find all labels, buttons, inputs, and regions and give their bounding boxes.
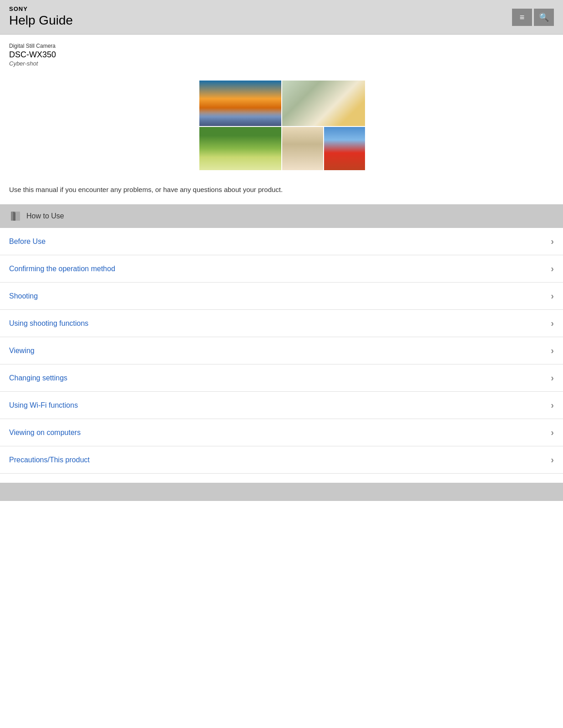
- nav-item-changing-settings[interactable]: Changing settings›: [0, 364, 563, 392]
- nav-item-confirming-operation[interactable]: Confirming the operation method›: [0, 255, 563, 283]
- chevron-right-icon: ›: [551, 318, 554, 329]
- nav-list: Before Use›Confirming the operation meth…: [0, 228, 563, 474]
- page-title: Help Guide: [9, 13, 73, 28]
- page-footer: [0, 483, 563, 501]
- device-type: Digital Still Camera: [9, 43, 554, 49]
- chevron-right-icon: ›: [551, 291, 554, 301]
- toc-button[interactable]: ≡: [512, 9, 532, 26]
- chevron-right-icon: ›: [551, 236, 554, 247]
- nav-item-using-shooting-functions[interactable]: Using shooting functions›: [0, 310, 563, 337]
- svg-marker-2: [13, 212, 15, 221]
- nav-label-using-wifi: Using Wi-Fi functions: [9, 401, 78, 410]
- chevron-right-icon: ›: [551, 400, 554, 410]
- toc-icon: ≡: [520, 13, 525, 22]
- nav-label-shooting: Shooting: [9, 292, 38, 300]
- nav-item-viewing[interactable]: Viewing›: [0, 337, 563, 364]
- chevron-right-icon: ›: [551, 345, 554, 356]
- collage-cat: [282, 127, 323, 170]
- page-description: Use this manual if you encounter any pro…: [0, 181, 563, 204]
- chevron-right-icon: ›: [551, 373, 554, 383]
- nav-item-before-use[interactable]: Before Use›: [0, 228, 563, 255]
- device-brand: Cyber-shot: [9, 60, 554, 67]
- how-to-use-label: How to Use: [26, 212, 64, 220]
- nav-item-shooting[interactable]: Shooting›: [0, 283, 563, 310]
- collage-sunset: [199, 81, 281, 126]
- sony-logo: SONY: [9, 5, 73, 12]
- header-branding: SONY Help Guide: [9, 5, 73, 28]
- chevron-right-icon: ›: [551, 455, 554, 465]
- device-info: Digital Still Camera DSC-WX350 Cyber-sho…: [0, 35, 563, 71]
- hero-image-area: [0, 71, 563, 181]
- svg-rect-1: [15, 212, 20, 221]
- nav-label-changing-settings: Changing settings: [9, 374, 67, 382]
- nav-item-viewing-on-computers[interactable]: Viewing on computers›: [0, 419, 563, 446]
- book-icon: [9, 210, 22, 222]
- chevron-right-icon: ›: [551, 427, 554, 438]
- nav-label-confirming-operation: Confirming the operation method: [9, 265, 115, 273]
- nav-label-using-shooting-functions: Using shooting functions: [9, 319, 88, 328]
- site-header: SONY Help Guide ≡ 🔍: [0, 0, 563, 35]
- nav-label-before-use: Before Use: [9, 238, 46, 246]
- search-button[interactable]: 🔍: [534, 9, 554, 26]
- header-actions: ≡ 🔍: [512, 9, 554, 26]
- nav-label-precautions: Precautions/This product: [9, 456, 90, 464]
- collage-field: [324, 127, 365, 170]
- search-icon: 🔍: [539, 12, 549, 22]
- device-model: DSC-WX350: [9, 50, 554, 60]
- collage-birthday: [282, 81, 365, 126]
- how-to-use-section-header: How to Use: [0, 204, 563, 228]
- nav-item-precautions[interactable]: Precautions/This product›: [0, 446, 563, 474]
- chevron-right-icon: ›: [551, 263, 554, 274]
- collage-cycling: [199, 127, 281, 170]
- hero-collage: [199, 81, 364, 170]
- nav-item-using-wifi[interactable]: Using Wi-Fi functions›: [0, 392, 563, 419]
- nav-label-viewing-on-computers: Viewing on computers: [9, 429, 81, 437]
- nav-label-viewing: Viewing: [9, 347, 35, 355]
